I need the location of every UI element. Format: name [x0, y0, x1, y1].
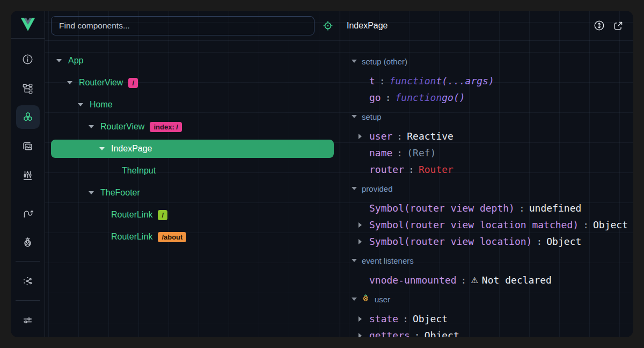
tree-item[interactable]: Home: [51, 96, 334, 114]
inspector-title: IndexPage: [347, 21, 587, 31]
section-header[interactable]: provided: [352, 180, 633, 197]
tree-item[interactable]: RouterLink/: [51, 206, 334, 224]
images-icon: [21, 140, 34, 153]
state-key: state: [369, 313, 398, 324]
sidebar-item-timeline[interactable]: [16, 163, 40, 187]
route-wave-icon: [21, 207, 34, 219]
state-row[interactable]: Symbol(router view depth):undefined: [352, 200, 633, 216]
tree-toolbar: [45, 11, 340, 41]
component-picker-button[interactable]: [319, 17, 337, 35]
tree-item[interactable]: RouterLink/about: [51, 228, 334, 246]
vue-logo: [11, 11, 45, 39]
expand-arrow-icon[interactable]: [358, 239, 369, 244]
section-header[interactable]: event listeners: [352, 252, 633, 269]
state-value: Router: [419, 164, 453, 175]
section-collapse-icon: [352, 187, 357, 190]
expand-arrow-icon[interactable]: [358, 222, 369, 228]
route-badge: index: /: [150, 122, 182, 132]
tree-item-label: App: [68, 56, 83, 66]
key-value-separator: :: [461, 274, 467, 286]
state-value: Object: [425, 330, 459, 337]
section-header[interactable]: setup: [352, 108, 633, 125]
state-row[interactable]: Symbol(router view location matched):Obj…: [352, 216, 633, 233]
route-badge: /about: [158, 232, 186, 242]
sidebar-item-router[interactable]: [16, 201, 40, 224]
external-link-icon: [612, 20, 624, 32]
tree-item-label: TheInput: [122, 166, 156, 176]
key-value-separator: :: [385, 92, 391, 103]
state-section: providedSymbol(router view depth):undefi…: [352, 180, 633, 250]
sidebar-item-graph[interactable]: [16, 269, 40, 293]
state-row[interactable]: go:function go(): [352, 89, 633, 106]
state-row[interactable]: vnode-unmounted:⚠Not declared: [352, 272, 633, 288]
state-row[interactable]: state:Object: [352, 310, 633, 327]
tree-item-label: IndexPage: [111, 144, 152, 154]
key-value-separator: :: [397, 130, 402, 142]
section-collapse-icon: [352, 259, 357, 262]
expand-toggle[interactable]: [76, 103, 85, 106]
tree-item-label: TheFooter: [100, 188, 140, 198]
state-key: getters: [369, 330, 410, 337]
section-header[interactable]: user: [352, 291, 633, 307]
state-value: Object: [413, 313, 448, 324]
state-value: Object: [546, 236, 581, 247]
scroll-to-component-button[interactable]: [591, 18, 606, 33]
scroll-arrows-icon: [593, 19, 605, 32]
state-row[interactable]: getters:Object: [352, 327, 633, 337]
state-value: undefined: [529, 202, 582, 214]
expand-toggle[interactable]: [65, 81, 75, 84]
section-label: provided: [362, 184, 393, 193]
tree-item[interactable]: TheInput: [51, 162, 334, 180]
key-value-separator: :: [519, 202, 525, 214]
section-label: setup: [362, 112, 382, 121]
sidebar-item-outline[interactable]: [16, 76, 40, 100]
expand-arrow-icon[interactable]: [358, 134, 369, 139]
state-row[interactable]: name: (Ref): [352, 144, 633, 161]
section-label: event listeners: [362, 256, 414, 265]
expand-toggle[interactable]: [97, 147, 107, 150]
tree-item[interactable]: IndexPage: [51, 140, 334, 158]
state-section: setup (other)t:function t(...args)go:fun…: [352, 53, 633, 106]
expand-toggle[interactable]: [86, 125, 96, 128]
search-input[interactable]: [51, 16, 314, 35]
state-key: go: [369, 92, 381, 103]
expand-arrow-icon[interactable]: [358, 333, 369, 338]
key-value-separator: :: [379, 75, 385, 86]
state-row[interactable]: Symbol(router view location):Object: [352, 233, 633, 250]
tree-item-label: RouterView: [79, 78, 123, 88]
key-value-separator: :: [397, 147, 402, 158]
state-key: router: [369, 164, 404, 175]
open-in-editor-button[interactable]: [611, 18, 626, 33]
state-value: Not declared: [482, 274, 552, 286]
crosshair-icon: [322, 20, 334, 32]
key-value-separator: :: [402, 313, 408, 324]
tree-item[interactable]: RouterView/: [51, 74, 334, 92]
sliders-icon: [21, 314, 34, 327]
tree-item-label: RouterLink: [111, 232, 152, 242]
section-header[interactable]: setup (other): [352, 53, 633, 69]
tree-item[interactable]: RouterViewindex: /: [51, 118, 334, 136]
sidebar-item-components[interactable]: [16, 105, 40, 129]
sidebar-item-pinia[interactable]: [16, 230, 40, 253]
sidebar-item-settings[interactable]: [16, 308, 40, 332]
key-value-separator: :: [408, 164, 414, 175]
expand-toggle[interactable]: [86, 191, 96, 194]
info-icon: [21, 53, 34, 66]
state-section: userstate:Objectgetters:Object: [352, 291, 633, 337]
component-tree: AppRouterView/HomeRouterViewindex: /Inde…: [45, 41, 340, 337]
sidebar-item-overview[interactable]: [16, 47, 40, 71]
state-value: go(): [442, 92, 465, 103]
expand-arrow-icon[interactable]: [358, 316, 369, 322]
expand-toggle[interactable]: [54, 59, 64, 62]
state-row[interactable]: t:function t(...args): [352, 73, 633, 89]
tree-item-label: RouterView: [100, 122, 144, 132]
state-value: Reactive: [407, 130, 453, 142]
tree-item-label: RouterLink: [111, 210, 152, 220]
state-row[interactable]: router:Router: [352, 161, 633, 178]
tree-item[interactable]: TheFooter: [51, 184, 334, 202]
pineapple-icon: [21, 236, 34, 248]
state-value: Object: [593, 219, 628, 230]
state-row[interactable]: user:Reactive: [352, 128, 633, 144]
tree-item[interactable]: App: [51, 52, 334, 70]
sidebar-item-assets[interactable]: [16, 134, 40, 158]
